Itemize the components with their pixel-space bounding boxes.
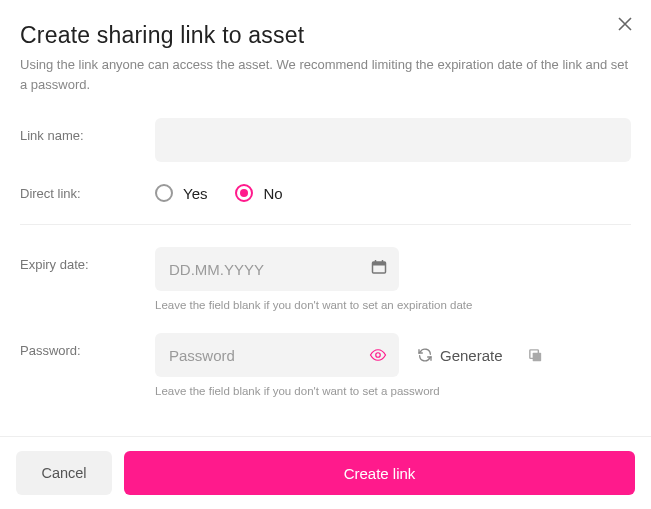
refresh-icon bbox=[417, 347, 433, 363]
radio-yes-label: Yes bbox=[183, 185, 207, 202]
radio-icon-selected bbox=[235, 184, 253, 202]
copy-icon[interactable] bbox=[527, 347, 544, 364]
dialog-subtitle: Using the link anyone can access the ass… bbox=[20, 55, 631, 94]
generate-label: Generate bbox=[440, 347, 503, 364]
direct-link-label: Direct link: bbox=[20, 184, 155, 201]
expiry-date-input[interactable] bbox=[155, 247, 399, 291]
password-label: Password: bbox=[20, 333, 155, 358]
dialog-title: Create sharing link to asset bbox=[20, 22, 631, 49]
expiry-label: Expiry date: bbox=[20, 247, 155, 272]
link-name-input[interactable] bbox=[155, 118, 631, 162]
generate-button[interactable]: Generate bbox=[417, 347, 503, 364]
close-icon bbox=[618, 17, 632, 31]
svg-point-4 bbox=[376, 353, 381, 358]
password-hint: Leave the field blank if you don't want … bbox=[155, 385, 631, 397]
share-link-dialog: Create sharing link to asset Using the l… bbox=[0, 0, 651, 397]
create-link-button[interactable]: Create link bbox=[124, 451, 635, 495]
radio-icon bbox=[155, 184, 173, 202]
radio-yes[interactable]: Yes bbox=[155, 184, 207, 202]
direct-link-radio-group: Yes No bbox=[155, 184, 631, 202]
eye-icon[interactable] bbox=[369, 346, 387, 364]
link-name-label: Link name: bbox=[20, 118, 155, 143]
cancel-button[interactable]: Cancel bbox=[16, 451, 112, 495]
close-button[interactable] bbox=[615, 14, 635, 34]
radio-no-label: No bbox=[263, 185, 282, 202]
divider bbox=[20, 224, 631, 225]
password-input[interactable] bbox=[155, 333, 399, 377]
expiry-hint: Leave the field blank if you don't want … bbox=[155, 299, 631, 311]
svg-rect-5 bbox=[532, 352, 541, 361]
radio-no[interactable]: No bbox=[235, 184, 282, 202]
dialog-footer: Cancel Create link bbox=[0, 436, 651, 509]
